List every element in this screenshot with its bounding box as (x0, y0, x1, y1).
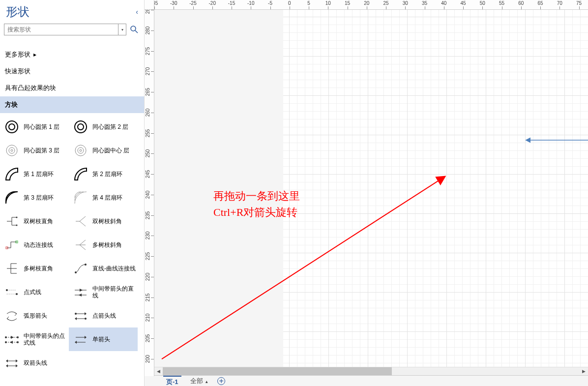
svg-point-5 (78, 124, 84, 130)
canvas-viewport[interactable]: 再拖动一条到这里 Ctrl+R对箭头旋转 ◀ ▶ (154, 10, 588, 375)
shape-label: 单箭头 (92, 336, 110, 343)
shape-item[interactable]: 直线-曲线连接线 (69, 257, 138, 280)
svg-line-1 (135, 30, 138, 33)
svg-point-16 (75, 271, 77, 273)
svg-point-33 (17, 341, 19, 343)
shape-label: 点式线 (24, 289, 41, 296)
horizontal-scrollbar[interactable]: ◀ ▶ (154, 367, 588, 375)
shape-icon (73, 143, 88, 158)
shape-label: 点箭头线 (92, 312, 116, 319)
shape-item[interactable]: 中间带箭头的点式线 (0, 327, 69, 351)
svg-point-10 (78, 148, 84, 153)
shape-item[interactable]: 同心圆第 1 层 (0, 115, 69, 139)
category-label: 具有凸起效果的块 (5, 84, 56, 92)
shape-item[interactable]: 双树枝斜角 (69, 209, 138, 233)
svg-point-3 (9, 124, 15, 130)
shape-item[interactable]: 同心圆中心 层 (69, 139, 138, 162)
svg-point-25 (75, 313, 77, 315)
search-button[interactable] (126, 24, 140, 35)
collapse-sidebar-icon[interactable]: ‹ (136, 8, 138, 16)
scroll-left-arrow-icon[interactable]: ◀ (154, 367, 163, 375)
category-quick-shapes[interactable]: 快速形状 (0, 63, 144, 80)
shape-icon (4, 355, 20, 371)
sidebar-title: 形状 (6, 4, 29, 20)
shape-item[interactable]: 弧形箭头 (0, 304, 69, 327)
shape-label: 第 4 层扇环 (92, 194, 122, 201)
page-tab-all[interactable]: 全部 ▲ (190, 377, 209, 386)
shape-item[interactable]: 多树枝直角 (0, 257, 69, 280)
shape-label: 直线-曲线连接线 (92, 265, 136, 272)
shape-item[interactable]: 单箭头 (69, 327, 138, 351)
shape-icon (4, 284, 20, 300)
scroll-thumb[interactable] (163, 367, 392, 375)
svg-point-11 (80, 149, 82, 151)
category-blocks-raised[interactable]: 具有凸起效果的块 (0, 80, 144, 96)
shape-item[interactable]: 第 4 层扇环 (69, 186, 138, 209)
shape-icon (73, 331, 88, 347)
svg-point-6 (6, 145, 17, 156)
shape-label: 同心圆第 2 层 (92, 123, 128, 130)
shape-label: 多树枝斜角 (92, 241, 122, 248)
svg-point-17 (85, 264, 87, 266)
category-list: 更多形状 ▶ 快速形状 具有凸起效果的块 方块 (0, 39, 144, 113)
shape-icon (4, 166, 20, 182)
vertical-ruler[interactable]: 2852802752702652602552502452402352302252… (145, 10, 154, 376)
horizontal-ruler[interactable]: -35-30-25-20-15-10-505101520253035404550… (154, 0, 588, 10)
shape-icon (4, 143, 20, 158)
shape-label: 中间带箭头的点式线 (24, 332, 67, 347)
svg-point-30 (17, 336, 19, 338)
shapes-grid: 同心圆第 1 层同心圆第 2 层同心圆第 3 层同心圆中心 层第 1 层扇环第 … (0, 113, 144, 375)
shape-icon (73, 308, 88, 324)
svg-point-27 (85, 318, 87, 320)
svg-point-8 (11, 149, 13, 151)
svg-point-12 (16, 217, 18, 218)
page-tabs-bar: 页-1 全部 ▲ + (154, 375, 588, 386)
shape-item[interactable]: 点式线 (0, 280, 69, 304)
search-input[interactable] (4, 24, 118, 35)
search-dropdown-icon[interactable]: ▾ (118, 24, 126, 35)
svg-point-32 (5, 341, 7, 343)
shape-item[interactable]: 点箭头线 (69, 304, 138, 327)
shape-icon (4, 331, 20, 347)
shape-item[interactable]: 动态连接线 (0, 233, 69, 257)
svg-point-29 (5, 336, 7, 338)
shape-item[interactable]: 中间带箭头的直线 (69, 280, 138, 304)
svg-point-21 (16, 293, 18, 295)
annotation-line-1: 再拖动一条到这里 (213, 188, 300, 204)
category-more-shapes[interactable]: 更多形状 ▶ (0, 46, 144, 63)
shape-item[interactable]: 第 1 层扇环 (0, 162, 69, 186)
shape-icon (73, 261, 88, 276)
add-page-button[interactable]: + (217, 377, 225, 385)
canvas-area: -35-30-25-20-15-10-505101520253035404550… (145, 0, 588, 386)
search-row: ▾ (0, 24, 144, 39)
shape-label: 同心圆中心 层 (92, 147, 129, 154)
shape-item[interactable]: 第 3 层扇环 (0, 186, 69, 209)
shape-icon (4, 119, 20, 135)
shape-icon (73, 213, 88, 229)
shape-item[interactable]: 第 2 层扇环 (69, 162, 138, 186)
shape-label: 弧形箭头 (24, 312, 47, 319)
shape-item[interactable]: 同心圆第 3 层 (0, 139, 69, 162)
svg-point-0 (131, 26, 136, 31)
page-tab-1[interactable]: 页-1 (163, 376, 181, 386)
shapes-sidebar: 形状 ‹ ▾ 更多形状 ▶ 快速形状 具有凸起效果的块 方块 同心圆第 1 层同… (0, 0, 145, 386)
ruler-corner (145, 0, 154, 10)
svg-point-4 (75, 121, 87, 133)
category-blocks[interactable]: 方块 (0, 96, 144, 113)
shape-label: 双箭头线 (24, 359, 47, 366)
shape-icon (4, 261, 20, 276)
shape-item[interactable]: 双箭头线 (0, 351, 69, 375)
shape-item[interactable]: 双树枝直角 (0, 209, 69, 233)
category-label: 更多形状 (5, 50, 30, 59)
shape-label: 第 2 层扇环 (92, 171, 122, 178)
shape-item[interactable]: 同心圆第 2 层 (69, 115, 138, 139)
shape-item[interactable]: 多树枝斜角 (69, 233, 138, 257)
shape-label: 第 1 层扇环 (24, 171, 54, 178)
annotation-text: 再拖动一条到这里 Ctrl+R对箭头旋转 (213, 188, 300, 220)
svg-point-9 (75, 145, 86, 156)
scroll-track[interactable] (163, 367, 580, 375)
shape-icon (73, 284, 88, 300)
shape-label: 双树枝直角 (24, 218, 53, 225)
svg-point-13 (16, 225, 18, 226)
scroll-right-arrow-icon[interactable]: ▶ (580, 367, 588, 375)
